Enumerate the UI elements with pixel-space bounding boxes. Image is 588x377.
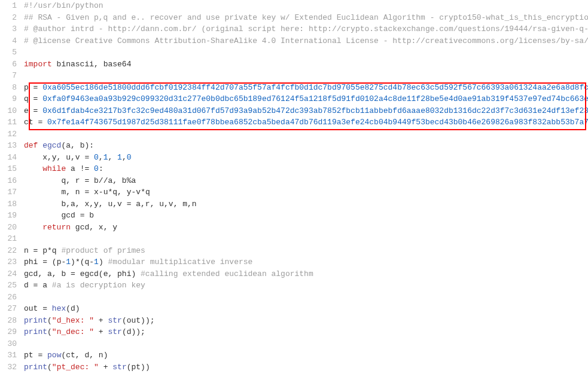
code-line[interactable]: 32print("pt_dec: " + str(pt)) — [0, 361, 588, 373]
code-line[interactable]: 15 while a != 0: — [0, 163, 588, 175]
code-line[interactable]: 28print("d_hex: " + str(out)); — [0, 315, 588, 327]
line-content[interactable]: ## RSA - Given p,q and e.. recover and u… — [24, 12, 588, 24]
code-line[interactable]: 16 q, r = b//a, b%a — [0, 175, 588, 187]
line-content[interactable]: print("d_hex: " + str(out)); — [24, 315, 588, 327]
token-keyword: while — [42, 164, 66, 173]
token-identifier: x — [89, 188, 99, 197]
line-content[interactable] — [24, 233, 588, 245]
line-content[interactable]: print("n_dec: " + str(d)); — [24, 326, 588, 338]
code-line[interactable]: 9q = 0xfa0f9463ea0a93b929c099320d31c277e… — [0, 93, 588, 105]
line-number: 22 — [0, 245, 24, 257]
line-content[interactable] — [24, 70, 588, 82]
token-builtin: str — [112, 363, 126, 372]
token-identifier: (ct, d, n) — [61, 351, 108, 360]
code-line[interactable]: 29print("n_dec: " + str(d)); — [0, 326, 588, 338]
code-line[interactable]: 14 x,y, u,v = 0,1, 1,0 — [0, 152, 588, 164]
token-operator: - — [99, 188, 103, 197]
code-line[interactable]: 10e = 0x6d1fdab4ce3217b3fc32c9ed480a31d0… — [0, 105, 588, 117]
code-line[interactable]: 23phi = (p-1)*(q-1) #modular multiplicat… — [0, 256, 588, 268]
line-content[interactable]: n = p*q #product of primes — [24, 245, 588, 257]
code-editor[interactable]: 1#!/usr/bin/python2## RSA - Given p,q an… — [0, 0, 588, 373]
line-content[interactable]: p = 0xa6055ec186de51800ddd6fcbf0192384ff… — [24, 82, 588, 94]
line-content[interactable]: # @license Creative Commons Attribution-… — [24, 35, 588, 47]
token-builtin: print — [24, 327, 47, 336]
code-line[interactable]: 11ct = 0x7fe1a4f743675d1987d25d38111fae0… — [0, 117, 588, 128]
token-identifier: q, y — [112, 188, 131, 197]
code-line[interactable]: 8p = 0xa6055ec186de51800ddd6fcbf0192384f… — [0, 82, 588, 94]
line-content[interactable]: return gcd, x, y — [24, 222, 588, 234]
code-line[interactable]: 27out = hex(d) — [0, 303, 588, 315]
code-line[interactable]: 1#!/usr/bin/python — [0, 0, 588, 12]
line-content[interactable]: m, n = x-u*q, y-v*q — [24, 186, 588, 198]
token-comment: ## RSA - Given p,q and e.. recover and u… — [24, 13, 588, 22]
token-identifier: d — [24, 281, 33, 290]
code-line[interactable]: 13def egcd(a, b): — [0, 140, 588, 152]
code-line[interactable]: 25d = a #a is decryption key — [0, 280, 588, 292]
line-number: 25 — [0, 280, 24, 292]
line-content[interactable]: #!/usr/bin/python — [24, 0, 588, 12]
token-identifier: ) — [71, 258, 75, 266]
line-content[interactable]: print("pt_dec: " + str(pt)) — [24, 361, 588, 373]
code-line[interactable]: 24gcd, a, b = egcd(e, phi) #calling exte… — [0, 268, 588, 280]
line-number: 10 — [0, 105, 24, 117]
line-content[interactable] — [24, 292, 588, 304]
line-content[interactable]: x,y, u,v = 0,1, 1,0 — [24, 152, 588, 164]
token-builtin: str — [108, 327, 121, 336]
line-content[interactable]: b,a, x,y, u,v = a,r, u,v, m,n — [24, 198, 588, 210]
code-line[interactable]: 2## RSA - Given p,q and e.. recover and … — [0, 12, 588, 24]
line-content[interactable] — [24, 338, 588, 350]
line-content[interactable]: d = a #a is decryption key — [24, 280, 588, 292]
code-line[interactable]: 30 — [0, 338, 588, 350]
line-content[interactable]: ct = 0x7fe1a4f743675d1987d25d38111fae0f7… — [24, 117, 588, 128]
line-content[interactable]: import binascii, base64 — [24, 59, 588, 71]
token-string: "d_hex: " — [52, 316, 94, 325]
line-number: 29 — [0, 326, 24, 338]
code-line[interactable]: 12 — [0, 128, 588, 140]
line-content[interactable]: while a != 0: — [24, 163, 588, 175]
token-operator: // — [99, 176, 108, 185]
code-line[interactable]: 19 gcd = b — [0, 210, 588, 222]
line-content[interactable]: phi = (p-1)*(q-1) #modular multiplicativ… — [24, 256, 588, 268]
token-identifier — [42, 118, 47, 127]
code-line[interactable]: 6import binascii, base64 — [0, 59, 588, 71]
code-line[interactable]: 18 b,a, x,y, u,v = a,r, u,v, m,n — [0, 198, 588, 210]
token-identifier — [24, 223, 42, 232]
token-identifier — [94, 327, 99, 336]
token-identifier: , — [99, 153, 103, 162]
line-content[interactable]: out = hex(d) — [24, 303, 588, 315]
code-line[interactable]: 7 — [0, 70, 588, 82]
code-line[interactable]: 3# @author intrd - http://dann.com.br/ (… — [0, 23, 588, 35]
line-content[interactable]: pt = pow(ct, d, n) — [24, 350, 588, 361]
line-number: 19 — [0, 210, 24, 222]
token-number: 1 — [94, 258, 99, 266]
code-line[interactable]: 31pt = pow(ct, d, n) — [0, 350, 588, 361]
token-string: "pt_dec: " — [52, 363, 99, 372]
line-number: 24 — [0, 268, 24, 280]
token-comment: #calling extended euclidean algorithm — [141, 269, 313, 278]
code-line[interactable]: 5 — [0, 47, 588, 59]
line-content[interactable] — [24, 128, 588, 140]
line-content[interactable]: # @author intrd - http://dann.com.br/ (o… — [24, 23, 588, 35]
code-line[interactable]: 17 m, n = x-u*q, y-v*q — [0, 186, 588, 198]
line-content[interactable]: e = 0x6d1fdab4ce3217b3fc32c9ed480a31d067… — [24, 105, 588, 117]
line-number: 15 — [0, 163, 24, 175]
token-identifier: a — [66, 164, 80, 173]
token-identifier: m, n — [24, 188, 84, 197]
line-content[interactable]: q = 0xfa0f9463ea0a93b929c099320d31c277e0… — [24, 93, 588, 105]
line-content[interactable]: def egcd(a, b): — [24, 140, 588, 152]
token-operator: + — [99, 327, 103, 336]
code-line[interactable]: 20 return gcd, x, y — [0, 222, 588, 234]
code-line[interactable]: 26 — [0, 292, 588, 304]
line-content[interactable]: gcd, a, b = egcd(e, phi) #calling extend… — [24, 268, 588, 280]
line-number: 14 — [0, 152, 24, 164]
line-content[interactable]: gcd = b — [24, 210, 588, 222]
token-identifier: b — [84, 211, 94, 220]
line-content[interactable]: q, r = b//a, b%a — [24, 175, 588, 187]
line-content[interactable] — [24, 47, 588, 59]
line-number: 8 — [0, 82, 24, 94]
token-identifier: ( — [47, 363, 52, 372]
code-line[interactable]: 21 — [0, 233, 588, 245]
line-number: 16 — [0, 175, 24, 187]
code-line[interactable]: 4# @license Creative Commons Attribution… — [0, 35, 588, 47]
code-line[interactable]: 22n = p*q #product of primes — [0, 245, 588, 257]
